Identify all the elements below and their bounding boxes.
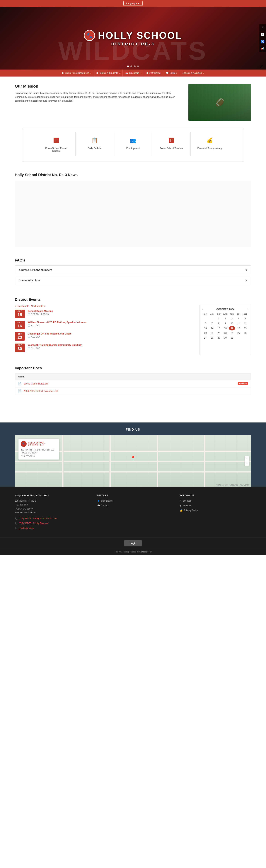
accessibility-icon[interactable]: ♿ bbox=[259, 38, 266, 45]
footer: Holly School District No. Re-3 205 NORTH… bbox=[0, 487, 266, 537]
footer-youtube-link[interactable]: Youtube bbox=[183, 504, 191, 508]
faq-header-community[interactable]: Community Links ∨ bbox=[15, 276, 251, 285]
hero-dot-4[interactable] bbox=[137, 65, 139, 67]
contact-icon: 💬 bbox=[166, 72, 169, 74]
map-road-v4 bbox=[204, 435, 206, 487]
nav-dot-icon-2 bbox=[97, 72, 98, 74]
quick-link-employment[interactable]: 👥 Employment bbox=[114, 132, 152, 156]
event-title-oct30[interactable]: Yearbook Training (Lamar Community Build… bbox=[28, 344, 194, 346]
event-title-oct23[interactable]: Challenger On-Site Mission, 8th Grade bbox=[28, 332, 194, 335]
cal-day-19[interactable]: 19 bbox=[242, 326, 248, 331]
cal-day-22[interactable]: 22 bbox=[216, 331, 222, 335]
footer-phone-2[interactable]: (719) 537-5510 Holly Daycare bbox=[19, 522, 48, 526]
schoolblocks-link[interactable]: SchoolBlocks bbox=[139, 551, 152, 553]
parking-icon[interactable]: 🅿 bbox=[259, 31, 266, 38]
map-info-card: 🐾 HOLLY SCHOOL DISTRICT RE-3 206 NORTH T… bbox=[19, 439, 59, 460]
nav-contact[interactable]: 💬 Contact bbox=[163, 69, 180, 76]
footer-phone-3[interactable]: (719) 537-5315 bbox=[19, 526, 34, 530]
cal-day-8[interactable]: 8 bbox=[216, 321, 222, 326]
cal-day-4[interactable]: 4 bbox=[236, 316, 242, 321]
pdf-icon-1: 📄 bbox=[18, 382, 22, 385]
event-day-oct15: 15 bbox=[15, 312, 25, 317]
cal-day-25[interactable]: 25 bbox=[236, 331, 242, 335]
cal-day-24[interactable]: 24 bbox=[229, 331, 235, 335]
map-container[interactable]: 📍 🐾 HOLLY SCHOOL DISTRICT RE-3 206 NORTH… bbox=[15, 435, 251, 487]
cal-next-button[interactable]: › bbox=[247, 307, 248, 311]
employment-icon: 👥 bbox=[128, 136, 138, 145]
next-month-button[interactable]: Next Month > bbox=[31, 305, 46, 307]
cal-day-20[interactable]: 20 bbox=[202, 331, 209, 335]
cal-day-14[interactable]: 14 bbox=[209, 326, 215, 331]
employment-label: Employment bbox=[126, 147, 140, 150]
cal-day-12[interactable]: 12 bbox=[242, 321, 248, 326]
quick-link-financial[interactable]: 💰 Financial Transparency bbox=[191, 132, 229, 156]
nav-calendars[interactable]: 📅 Calendars › bbox=[123, 69, 144, 76]
pause-button[interactable]: ⏸ bbox=[260, 65, 263, 68]
hero-dot-3[interactable] bbox=[134, 65, 136, 67]
hero-subtitle: DISTRICT RE-3 bbox=[84, 42, 182, 46]
event-title-oct15[interactable]: School Board Meeting bbox=[28, 310, 194, 312]
menu-icon[interactable]: 🍴 bbox=[259, 24, 266, 31]
nav-staff-listing[interactable]: Staff Listing bbox=[144, 69, 163, 76]
cal-day-1[interactable]: 1 bbox=[216, 316, 222, 321]
find-us-section: FIND US 📍 🐾 HOLLY SCHOOL DISTRICT RE-3 bbox=[0, 423, 266, 487]
zoom-in-button[interactable]: + bbox=[245, 456, 249, 461]
cal-day-29[interactable]: 29 bbox=[216, 336, 222, 340]
cal-day-13[interactable]: 13 bbox=[202, 326, 209, 331]
quick-link-powerschool-teacher[interactable]: 🅿 PowerSchool Teacher bbox=[152, 132, 191, 156]
alert-icon[interactable]: 📢 bbox=[259, 45, 266, 52]
cal-day-10[interactable]: 10 bbox=[229, 321, 235, 326]
footer-facebook-link[interactable]: Facebook bbox=[182, 499, 191, 503]
cal-day-21[interactable]: 21 bbox=[209, 331, 215, 335]
cal-day-28[interactable]: 28 bbox=[209, 336, 215, 340]
cal-day-17-today[interactable]: 17 bbox=[229, 326, 235, 331]
spacer-1 bbox=[0, 400, 266, 415]
zoom-out-button[interactable]: − bbox=[245, 461, 249, 466]
cal-day-18[interactable]: 18 bbox=[236, 326, 242, 331]
footer-staff-link[interactable]: Staff Listing bbox=[101, 499, 112, 503]
nav-district-info[interactable]: District Info & Resources › bbox=[59, 69, 94, 76]
quick-link-daily-bulletin[interactable]: 📋 Daily Bulletin bbox=[76, 132, 114, 156]
event-item-oct23: OCT 23 Challenger On-Site Mission, 8th G… bbox=[15, 332, 194, 341]
doc-name-2[interactable]: 2024-2025 District Calendar .pdf bbox=[23, 390, 248, 393]
cal-day-23[interactable]: 23 bbox=[222, 331, 229, 335]
cal-day-7[interactable]: 7 bbox=[209, 321, 215, 326]
footer-phone-item-3: 📞 (719) 537-5315 bbox=[15, 526, 86, 530]
faq-header-address[interactable]: Address & Phone Numbers ∨ bbox=[15, 266, 251, 274]
footer-contact-link[interactable]: Contact bbox=[101, 504, 109, 508]
allday-icon-oct30: 🕐 bbox=[28, 347, 30, 349]
cal-day-15[interactable]: 15 bbox=[216, 326, 222, 331]
nav-schools-activities[interactable]: Schools & Activities › bbox=[180, 69, 206, 76]
staff-icon: 👤 bbox=[97, 500, 100, 502]
nav-arrow-calendars: › bbox=[140, 72, 141, 74]
event-day-oct16: 16 bbox=[15, 323, 25, 329]
login-button[interactable]: Login bbox=[124, 540, 142, 546]
nav-parents-students[interactable]: Parents & Students › bbox=[94, 69, 123, 76]
pdf-icon-2: 📄 bbox=[18, 389, 22, 393]
powerschool-parent-icon: 🅿 bbox=[52, 136, 61, 145]
cal-day-31[interactable]: 31 bbox=[229, 336, 235, 340]
language-button[interactable]: Language ▼ bbox=[124, 1, 142, 6]
cal-prev-button[interactable]: ‹ bbox=[202, 307, 203, 311]
faq-item-address: Address & Phone Numbers ∨ bbox=[15, 266, 251, 274]
cal-day-9[interactable]: 9 bbox=[222, 321, 229, 326]
hero-dot-1[interactable] bbox=[127, 65, 129, 67]
cal-day-3[interactable]: 3 bbox=[229, 316, 235, 321]
cal-header-fri: FRI bbox=[236, 313, 242, 316]
event-month-oct23: OCT bbox=[15, 333, 25, 335]
cal-day-26[interactable]: 26 bbox=[242, 331, 248, 335]
hero-dot-2[interactable] bbox=[130, 65, 132, 67]
cal-day-2[interactable]: 2 bbox=[222, 316, 229, 321]
cal-day-5[interactable]: 5 bbox=[242, 316, 248, 321]
cal-day-30[interactable]: 30 bbox=[222, 336, 229, 340]
cal-day-6[interactable]: 6 bbox=[202, 321, 209, 326]
doc-name-1[interactable]: Event_Game Rules.pdf bbox=[23, 382, 236, 385]
event-title-oct16[interactable]: William Jimeno - NYC PD Retiree, Speaker… bbox=[28, 321, 194, 323]
footer-phone-1[interactable]: (719) 537-6816 Holly School Main Line bbox=[19, 517, 57, 521]
cal-day-27[interactable]: 27 bbox=[202, 336, 209, 340]
quick-link-powerschool-parent[interactable]: 🅿 PowerSchool ParentStudent bbox=[37, 132, 76, 156]
cal-day-11[interactable]: 11 bbox=[236, 321, 242, 326]
footer-privacy-link[interactable]: Privacy Policy bbox=[184, 508, 198, 513]
prev-month-button[interactable]: < Prev Month bbox=[15, 305, 29, 307]
cal-day-16[interactable]: 16 bbox=[222, 326, 229, 331]
